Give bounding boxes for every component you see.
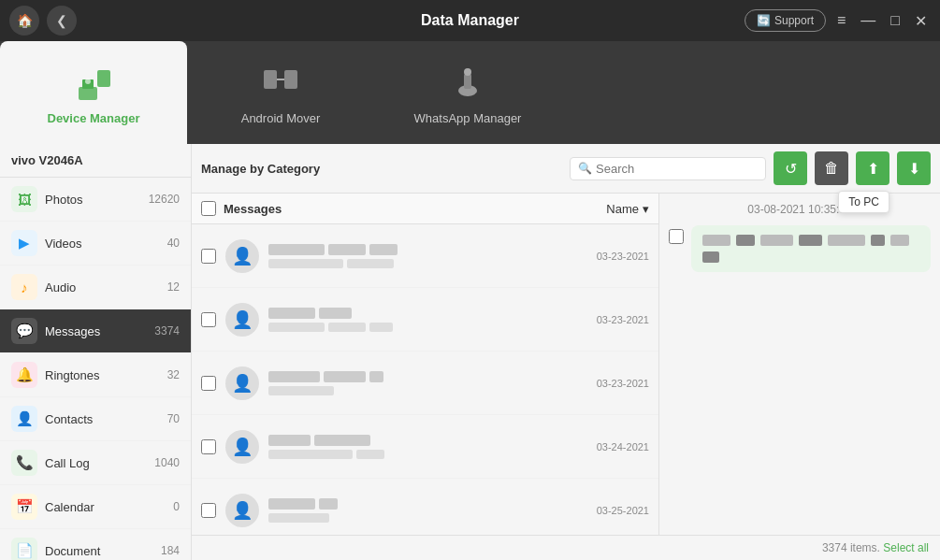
sidebar: vivo V2046A 🖼 Photos 12620 ▶ Videos 40 ♪…	[0, 144, 192, 560]
preview-block2	[347, 259, 394, 268]
msg-name-block	[268, 308, 315, 319]
sidebar-item-calendar[interactable]: 📅 Calendar 0	[0, 485, 191, 529]
support-button[interactable]: 🔄 Support	[745, 9, 826, 32]
table-row[interactable]: 👤 03-24-2021	[192, 415, 658, 479]
msg-name-block	[268, 371, 320, 382]
svg-rect-7	[464, 74, 471, 89]
msg-preview	[268, 450, 587, 459]
nav-tabs: Device Manager Android Mover WhatsApp Ma…	[0, 41, 940, 144]
close-button[interactable]: ✕	[911, 12, 931, 30]
messages-list: Messages Name ▾ 👤	[192, 194, 659, 535]
select-all-link[interactable]: Select all	[883, 541, 929, 554]
msg-date: 03-25-2021	[597, 505, 649, 516]
bubble-b4	[799, 235, 822, 246]
msg-name-block2	[314, 435, 370, 446]
calendar-icon: 📅	[11, 494, 37, 520]
row-checkbox[interactable]	[201, 249, 216, 264]
msg-info	[268, 308, 587, 332]
preview-block1	[268, 513, 329, 523]
row-checkbox[interactable]	[201, 312, 216, 327]
search-input[interactable]	[596, 162, 758, 176]
msg-name-block2	[324, 371, 366, 382]
right-panel: Manage by Category 🔍 ↺ 🗑 ⬆ To PC ⬇ Messa…	[192, 144, 940, 560]
support-label: Support	[774, 14, 814, 27]
sidebar-count-messages: 3374	[154, 324, 180, 337]
row-checkbox[interactable]	[201, 503, 216, 518]
msg-name-block	[268, 498, 315, 510]
maximize-button[interactable]: □	[887, 12, 904, 29]
footer: 3374 items. Select all	[192, 535, 940, 560]
import-button[interactable]: ⬇	[897, 151, 931, 185]
tab-whatsapp-manager[interactable]: WhatsApp Manager	[374, 41, 561, 144]
delete-button[interactable]: 🗑	[815, 151, 848, 185]
preview-block3	[369, 323, 393, 332]
avatar: 👤	[225, 303, 259, 337]
export-button[interactable]: ⬆	[856, 151, 889, 185]
msg-name-row	[268, 308, 587, 319]
preview-checkbox[interactable]	[669, 229, 684, 244]
select-all-checkbox[interactable]	[201, 201, 216, 216]
avatar: 👤	[225, 494, 259, 527]
sidebar-label-photos: Photos	[45, 193, 141, 207]
msg-name-row	[268, 498, 587, 510]
msg-info	[268, 371, 587, 395]
preview-block1	[268, 386, 334, 395]
items-count: 3374 items.	[822, 541, 880, 554]
messages-icon: 💬	[11, 318, 37, 344]
back-button[interactable]: ❮	[47, 6, 77, 36]
sidebar-item-audio[interactable]: ♪ Audio 12	[0, 266, 191, 309]
tab-android-mover[interactable]: Android Mover	[187, 41, 374, 144]
msg-name-block2	[319, 308, 352, 319]
tab-android-mover-label: Android Mover	[241, 111, 321, 125]
contacts-icon: 👤	[11, 406, 37, 432]
table-row[interactable]: 👤 03-23-2021	[192, 352, 658, 415]
column-name: Name ▾	[606, 202, 649, 216]
preview-panel: 03-08-2021 10:35:33	[659, 194, 940, 535]
sidebar-item-messages[interactable]: 💬 Messages 3374	[0, 309, 191, 353]
svg-rect-5	[284, 70, 297, 89]
title-bar-left: 🏠 ❮	[9, 6, 77, 36]
tab-device-manager[interactable]: Device Manager	[0, 41, 187, 144]
msg-date: 03-23-2021	[597, 378, 649, 389]
table-row[interactable]: 👤 03-23-2021	[192, 288, 658, 352]
row-checkbox[interactable]	[201, 376, 216, 391]
bubble-b1	[702, 235, 730, 246]
search-icon: 🔍	[578, 162, 592, 175]
sidebar-item-photos[interactable]: 🖼 Photos 12620	[0, 178, 191, 222]
msg-info	[268, 244, 587, 268]
search-box[interactable]: 🔍	[570, 157, 766, 180]
row-checkbox[interactable]	[201, 439, 216, 454]
category-title: Manage by Category	[201, 162, 320, 176]
whatsapp-manager-icon	[445, 61, 490, 106]
app-title: Data Manager	[421, 12, 519, 29]
sidebar-item-document[interactable]: 📄 Document 184	[0, 529, 191, 560]
audio-icon: ♪	[11, 274, 37, 300]
bubble-b8	[702, 251, 719, 263]
sidebar-item-calllog[interactable]: 📞 Call Log 1040	[0, 441, 191, 485]
bubble-line	[702, 235, 919, 263]
refresh-button[interactable]: ↺	[774, 151, 807, 185]
minimize-button[interactable]: —	[857, 12, 879, 29]
main-area: vivo V2046A 🖼 Photos 12620 ▶ Videos 40 ♪…	[0, 144, 940, 560]
sidebar-item-videos[interactable]: ▶ Videos 40	[0, 222, 191, 266]
msg-preview	[268, 386, 587, 395]
table-row[interactable]: 👤 03-23-2021	[192, 224, 658, 288]
bubble-b6	[871, 235, 885, 246]
preview-block1	[268, 450, 353, 459]
avatar: 👤	[225, 366, 259, 400]
msg-info	[268, 435, 587, 459]
title-bar: 🏠 ❮ Data Manager 🔄 Support ≡ — □ ✕	[0, 0, 940, 41]
sidebar-item-contacts[interactable]: 👤 Contacts 70	[0, 397, 191, 441]
device-manager-icon	[71, 61, 116, 106]
bubble-b3	[760, 235, 793, 246]
msg-name-block2	[328, 244, 366, 255]
menu-button[interactable]: ≡	[833, 12, 849, 29]
table-row[interactable]: 👤 03-25-2021	[192, 479, 658, 535]
sidebar-label-document: Document	[45, 544, 153, 558]
home-button[interactable]: 🏠	[9, 6, 39, 36]
device-label: vivo V2046A	[0, 144, 191, 178]
svg-rect-2	[97, 70, 110, 87]
msg-name-block	[268, 435, 311, 446]
sidebar-item-ringtones[interactable]: 🔔 Ringtones 32	[0, 353, 191, 397]
msg-name-block3	[369, 371, 383, 382]
